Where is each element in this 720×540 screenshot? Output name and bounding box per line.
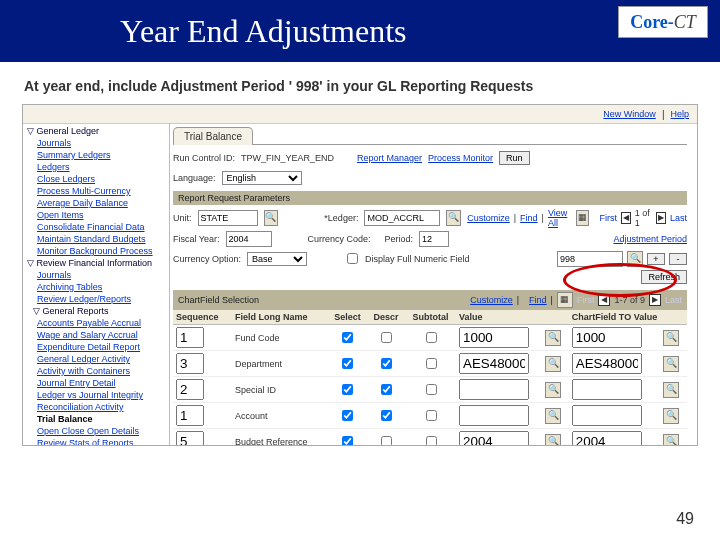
first-label[interactable]: First xyxy=(600,213,618,223)
lookup-icon[interactable]: 🔍 xyxy=(627,251,643,267)
nav-root[interactable]: ▽ General Ledger xyxy=(27,125,165,137)
subtotal-checkbox[interactable] xyxy=(426,332,437,343)
next-icon[interactable]: ▶ xyxy=(649,294,661,306)
select-checkbox[interactable] xyxy=(342,436,353,446)
cf-customize-link[interactable]: Customize xyxy=(470,295,513,305)
sidebar-item[interactable]: Journals xyxy=(37,269,165,281)
cf-find-link[interactable]: Find xyxy=(529,295,547,305)
sidebar-item[interactable]: Review Ledger/Reports xyxy=(37,293,165,305)
last-label[interactable]: Last xyxy=(670,213,687,223)
sidebar-item[interactable]: Open Items xyxy=(37,209,165,221)
prev-icon[interactable]: ◀ xyxy=(621,212,631,224)
to-value-input[interactable] xyxy=(572,353,642,374)
sidebar-item[interactable]: Maintain Standard Budgets xyxy=(37,233,165,245)
find-link[interactable]: Find xyxy=(520,213,538,223)
lookup-icon[interactable]: 🔍 xyxy=(545,356,561,372)
value-input[interactable] xyxy=(459,379,529,400)
seq-input[interactable] xyxy=(176,431,204,446)
sidebar-item-trial-balance[interactable]: Trial Balance xyxy=(37,413,165,425)
descr-checkbox[interactable] xyxy=(381,436,392,446)
seq-input[interactable] xyxy=(176,405,204,426)
next-icon[interactable]: ▶ xyxy=(656,212,666,224)
sidebar-item[interactable]: Reconciliation Activity xyxy=(37,401,165,413)
report-manager-link[interactable]: Report Manager xyxy=(357,153,422,163)
seq-input[interactable] xyxy=(176,327,204,348)
nav-sub[interactable]: ▽ Review Financial Information xyxy=(27,257,165,269)
select-checkbox[interactable] xyxy=(342,332,353,343)
unit-input[interactable] xyxy=(198,210,258,226)
sidebar-item[interactable]: Expenditure Detail Report xyxy=(37,341,165,353)
to-value-input[interactable] xyxy=(572,405,642,426)
sidebar-item[interactable]: Monitor Background Process xyxy=(37,245,165,257)
sidebar-item[interactable]: Archiving Tables xyxy=(37,281,165,293)
sidebar-item[interactable]: Process Multi-Currency xyxy=(37,185,165,197)
sidebar-item[interactable]: Summary Ledgers xyxy=(37,149,165,161)
sidebar-item[interactable]: General Ledger Activity xyxy=(37,353,165,365)
seq-input[interactable] xyxy=(176,353,204,374)
lookup-icon[interactable]: 🔍 xyxy=(545,434,561,447)
remove-row-button[interactable]: - xyxy=(669,253,687,265)
select-checkbox[interactable] xyxy=(342,384,353,395)
value-input[interactable] xyxy=(459,327,529,348)
tab-trial-balance[interactable]: Trial Balance xyxy=(173,127,253,145)
grid-icon[interactable]: ▦ xyxy=(557,292,573,308)
help-link[interactable]: Help xyxy=(670,109,689,119)
lookup-icon[interactable]: 🔍 xyxy=(446,210,461,226)
prev-icon[interactable]: ◀ xyxy=(598,294,610,306)
descr-checkbox[interactable] xyxy=(381,358,392,369)
select-checkbox[interactable] xyxy=(342,358,353,369)
lookup-icon[interactable]: 🔍 xyxy=(663,330,679,346)
sidebar-item[interactable]: Ledger vs Journal Integrity xyxy=(37,389,165,401)
sidebar-item[interactable]: Activity with Containers xyxy=(37,365,165,377)
lookup-icon[interactable]: 🔍 xyxy=(663,356,679,372)
value-input[interactable] xyxy=(459,431,529,446)
subtotal-checkbox[interactable] xyxy=(426,436,437,446)
lookup-icon[interactable]: 🔍 xyxy=(663,434,679,447)
sidebar-item[interactable]: Open Close Open Details xyxy=(37,425,165,437)
lookup-icon[interactable]: 🔍 xyxy=(663,408,679,424)
sidebar-item[interactable]: Consolidate Financial Data xyxy=(37,221,165,233)
sidebar-item[interactable]: Ledgers xyxy=(37,161,165,173)
sidebar-item[interactable]: Review Stats of Reports xyxy=(37,437,165,445)
select-checkbox[interactable] xyxy=(342,410,353,421)
period-input[interactable] xyxy=(419,231,449,247)
lookup-icon[interactable]: 🔍 xyxy=(264,210,279,226)
value-input[interactable] xyxy=(459,353,529,374)
fiscal-year-input[interactable] xyxy=(226,231,272,247)
ledger-input[interactable] xyxy=(364,210,440,226)
seq-input[interactable] xyxy=(176,379,204,400)
lookup-icon[interactable]: 🔍 xyxy=(545,408,561,424)
new-window-link[interactable]: New Window xyxy=(603,109,656,119)
subtotal-checkbox[interactable] xyxy=(426,410,437,421)
to-value-input[interactable] xyxy=(572,431,642,446)
subtotal-checkbox[interactable] xyxy=(426,358,437,369)
language-select[interactable]: English xyxy=(222,171,302,185)
add-row-button[interactable]: + xyxy=(647,253,665,265)
value-input[interactable] xyxy=(459,405,529,426)
customize-link[interactable]: Customize xyxy=(467,213,510,223)
nav-subhead[interactable]: ▽ General Reports xyxy=(33,305,165,317)
sidebar-item[interactable]: Journals xyxy=(37,137,165,149)
display-full-numeric-checkbox[interactable] xyxy=(347,253,358,264)
descr-checkbox[interactable] xyxy=(381,332,392,343)
sidebar-item[interactable]: Journal Entry Detail xyxy=(37,377,165,389)
subtotal-checkbox[interactable] xyxy=(426,384,437,395)
descr-checkbox[interactable] xyxy=(381,384,392,395)
sidebar-item[interactable]: Average Daily Balance xyxy=(37,197,165,209)
adjustment-period-input[interactable] xyxy=(557,251,623,267)
sidebar-item[interactable]: Close Ledgers xyxy=(37,173,165,185)
lookup-icon[interactable]: 🔍 xyxy=(663,382,679,398)
grid-icon[interactable]: ▦ xyxy=(576,210,589,226)
lookup-icon[interactable]: 🔍 xyxy=(545,330,561,346)
process-monitor-link[interactable]: Process Monitor xyxy=(428,153,493,163)
lookup-icon[interactable]: 🔍 xyxy=(545,382,561,398)
to-value-input[interactable] xyxy=(572,379,642,400)
to-value-input[interactable] xyxy=(572,327,642,348)
sidebar-item[interactable]: Accounts Payable Accrual xyxy=(37,317,165,329)
sidebar-item[interactable]: Wage and Salary Accrual xyxy=(37,329,165,341)
view-all-link[interactable]: View All xyxy=(548,208,572,228)
currency-option-select[interactable]: Base xyxy=(247,252,307,266)
refresh-button[interactable]: Refresh xyxy=(641,270,687,284)
descr-checkbox[interactable] xyxy=(381,410,392,421)
run-button[interactable]: Run xyxy=(499,151,530,165)
